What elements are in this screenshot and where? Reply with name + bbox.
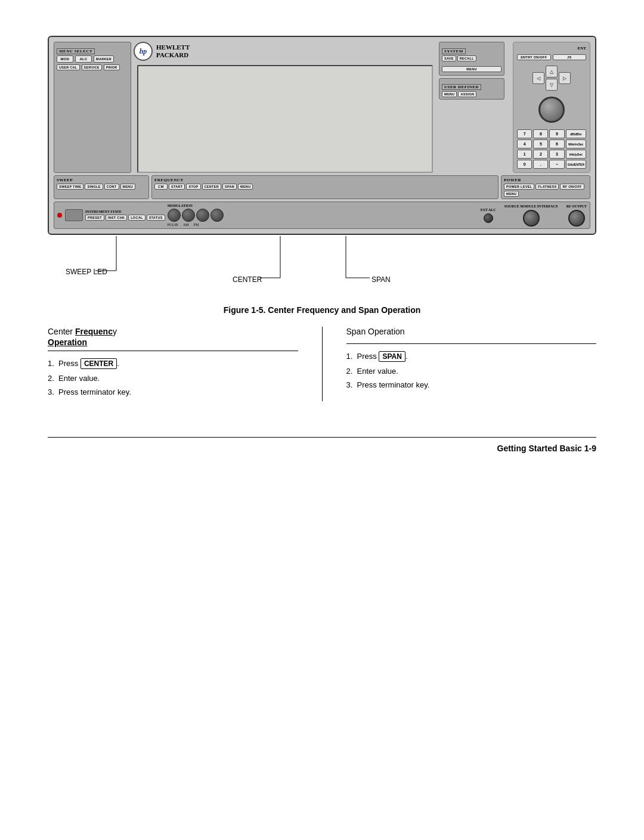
left-arrow-button[interactable]: ◁	[532, 72, 544, 84]
rf-onoff-button[interactable]: RF ON/OFF	[560, 184, 584, 190]
ent-label: ENT	[517, 46, 586, 51]
ext-alc-label: EXT ALC	[481, 208, 496, 212]
menu-ud-button[interactable]: MENU	[442, 91, 457, 97]
center-freq-steps: 1. Press CENTER. 2. Enter value. 3. Pres…	[48, 358, 298, 396]
mod-button[interactable]: MOD	[57, 55, 73, 63]
menu-sys-button[interactable]: MENU	[442, 66, 501, 72]
source-module-section: SOURCE MODULE INTERFACE	[499, 204, 564, 227]
prior-button[interactable]: PRIOR	[104, 64, 120, 70]
btn-9[interactable]: 9	[549, 129, 564, 138]
rf-output-connector[interactable]	[568, 210, 585, 227]
btn-decimal[interactable]: .	[533, 160, 548, 169]
bottom-controls-row: INSTRUMENT STATE PRESET INST CHK LOCAL S…	[54, 202, 590, 229]
btn-0[interactable]: 0	[517, 160, 532, 169]
center-key-box: CENTER	[80, 358, 117, 369]
btn-4[interactable]: 4	[517, 140, 532, 148]
single-button[interactable]: SINGLE	[85, 184, 103, 190]
save-button[interactable]: SAVE	[442, 55, 456, 61]
ext-alc-section: EXT ALC	[481, 208, 496, 223]
menu-fr-button[interactable]: MENU	[238, 184, 253, 190]
up-arrow-button[interactable]: △	[546, 66, 558, 78]
span-step-2: 2. Enter value.	[346, 367, 597, 376]
btn-7[interactable]: 7	[517, 129, 532, 138]
hp-icon: hp	[134, 42, 153, 61]
source-module-connector[interactable]	[523, 210, 540, 227]
rf-output-section: RF OUTPUT	[566, 204, 587, 227]
sweep-led-annotation: SWEEP LED	[66, 268, 107, 276]
status-button[interactable]: STATUS	[147, 215, 165, 221]
span-op-steps: 1. Press SPAN. 2. Enter value. 3. Press …	[346, 351, 597, 389]
center-freq-button[interactable]: CENTER	[202, 184, 221, 190]
power-label: POWER	[504, 178, 587, 182]
fm-label: FM	[194, 223, 199, 227]
annotation-svg	[48, 235, 596, 300]
user-cal-button[interactable]: USER CAL	[57, 64, 80, 70]
header-bold: Frequenc	[75, 327, 113, 336]
center-freq-header: Center Frequency	[48, 327, 298, 336]
span-step-3: 3. Press terminator key.	[346, 380, 597, 389]
btn-mhz[interactable]: MHz/mSec	[566, 140, 586, 148]
down-arrow-button[interactable]: ▽	[546, 79, 558, 91]
power-level-button[interactable]: POWER LEVEL	[504, 184, 534, 190]
right-arrow-button[interactable]: ▷	[559, 72, 571, 84]
instrument-panel: MENU SELECT MOD ALC MARKER USER CAL SERV…	[48, 36, 596, 235]
mod-knob-4[interactable]	[210, 209, 224, 222]
btn-1[interactable]: 1	[517, 150, 532, 159]
cont-button[interactable]: CONT	[104, 184, 119, 190]
mod-knob-3[interactable]	[196, 209, 209, 222]
btn-ghz[interactable]: GHz/ENTER	[566, 160, 586, 169]
center-annotation: CENTER	[233, 275, 262, 284]
marker-button[interactable]: MARKER	[94, 55, 114, 63]
btn-khz[interactable]: kHz/μSec	[566, 150, 586, 159]
pulse-label: PULSE	[168, 223, 178, 227]
user-defined-section: USER DEFINED MENU ASSIGN	[439, 78, 504, 100]
power-section: POWER POWER LEVEL FLATNESS RF ON/OFF MEN…	[501, 175, 590, 199]
start-button[interactable]: START	[169, 184, 185, 190]
menu-pw-button[interactable]: MENU	[504, 191, 519, 197]
sweep-section: SWEEP SWEEP TIME SINGLE CONT MENU	[54, 175, 149, 199]
footer-text: Getting Started Basic 1-9	[48, 437, 596, 453]
inst-chk-button[interactable]: INST CHK	[106, 215, 127, 221]
alc-button[interactable]: ALC	[75, 55, 92, 63]
btn-5[interactable]: 5	[533, 140, 548, 148]
annotation-area: SWEEP LED CENTER SPAN	[48, 235, 596, 300]
recall-button[interactable]: RECALL	[457, 55, 476, 61]
btn-6[interactable]: 6	[549, 140, 564, 148]
am-label: AM	[183, 223, 189, 227]
btn-2[interactable]: 2	[533, 150, 548, 159]
btn-db[interactable]: dB/dBm	[566, 129, 586, 138]
menu-sw-button[interactable]: MENU	[120, 184, 135, 190]
frequency-section: FREQUENCY CW START STOP CENTER SPAN MENU	[151, 175, 499, 199]
span-button[interactable]: SPAN	[222, 184, 237, 190]
flatness-button[interactable]: FLATNESS	[535, 184, 559, 190]
instrument-state-section: INSTRUMENT STATE PRESET INST CHK LOCAL S…	[85, 210, 165, 221]
right-entry-panel: ENT ENTRY ON/OFF JS ◁ △ ▽ ▷ 7 8 9 d	[513, 42, 590, 173]
system-label: SYSTEM	[442, 48, 466, 54]
btn-minus[interactable]: −	[549, 160, 564, 169]
cw-button[interactable]: CW	[154, 184, 168, 190]
center-step-1: 1. Press CENTER.	[48, 358, 298, 369]
stop-button[interactable]: STOP	[186, 184, 200, 190]
preset-button[interactable]: PRESET	[85, 215, 104, 221]
local-button[interactable]: LOCAL	[128, 215, 145, 221]
sweep-time-button[interactable]: SWEEP TIME	[57, 184, 83, 190]
entry-onoff-button[interactable]: ENTRY ON/OFF	[517, 54, 551, 60]
entry-js-button[interactable]: JS	[553, 54, 587, 60]
span-key-box: SPAN	[379, 351, 405, 362]
scroll-knob[interactable]	[538, 97, 565, 123]
btn-3[interactable]: 3	[549, 150, 564, 159]
source-module-label: SOURCE MODULE INTERFACE	[504, 204, 558, 208]
power-switch[interactable]	[65, 209, 83, 221]
assign-button[interactable]: ASSIGN	[458, 91, 476, 97]
arrows-area: ◁ △ ▽ ▷	[517, 66, 586, 91]
span-op-header: Span Operation	[346, 327, 597, 336]
figure-caption: Figure 1-5. Center Frequency and Span Op…	[48, 305, 596, 315]
operation-subheader: Operation	[48, 337, 298, 347]
hp-logo: hp HEWLETT PACKARD	[134, 42, 190, 61]
ext-alc-connector[interactable]	[484, 213, 493, 223]
service-button[interactable]: SERVICE	[82, 64, 102, 70]
header-normal: Center	[48, 327, 75, 336]
mod-knob-2[interactable]	[182, 209, 195, 222]
btn-8[interactable]: 8	[533, 129, 548, 138]
mod-knob-1[interactable]	[168, 209, 181, 222]
